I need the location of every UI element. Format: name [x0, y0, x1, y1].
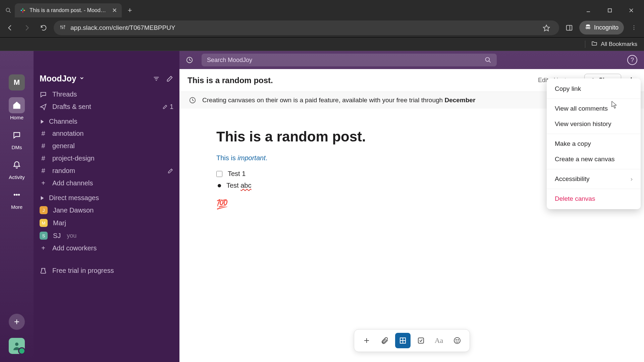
- rail-activity-label: Activity: [9, 174, 25, 180]
- toolbar-table-button[interactable]: [395, 333, 411, 348]
- sidebar-item-label: Threads: [52, 90, 77, 98]
- svg-line-24: [489, 61, 491, 63]
- rail-dms[interactable]: DMs: [9, 127, 25, 150]
- avatar: M: [40, 219, 48, 227]
- bookmarks-folder-icon[interactable]: [591, 40, 597, 48]
- rail-dms-label: DMs: [12, 144, 22, 150]
- rail-more[interactable]: More: [9, 187, 25, 210]
- menu-new-canvas[interactable]: Create a new canvas: [547, 152, 641, 167]
- tab-search-icon[interactable]: [3, 7, 13, 13]
- add-channels-button[interactable]: +Add channels: [34, 177, 179, 189]
- sidebar-item-label: Add channels: [52, 179, 93, 187]
- close-tab-icon[interactable]: ✕: [112, 7, 117, 14]
- menu-version-history[interactable]: View version history: [547, 116, 641, 132]
- incognito-badge[interactable]: Incognito: [579, 21, 624, 35]
- toolbar-attach-button[interactable]: [377, 333, 392, 348]
- add-coworkers-button[interactable]: +Add coworkers: [34, 242, 179, 254]
- window-minimize-button[interactable]: [579, 4, 598, 17]
- svg-rect-43: [418, 338, 424, 343]
- nav-forward-button[interactable]: [20, 21, 34, 35]
- sidebar-threads[interactable]: Threads: [34, 88, 179, 101]
- bullet-label: Test abc: [226, 182, 252, 189]
- dm-jane[interactable]: JJane Dawson: [34, 204, 179, 217]
- search-input[interactable]: Search MoodJoy: [202, 54, 497, 66]
- dms-section-header[interactable]: Direct messages: [34, 189, 179, 204]
- avatar: J: [40, 206, 48, 214]
- window-maximize-button[interactable]: [600, 4, 619, 17]
- svg-point-19: [586, 27, 588, 29]
- svg-point-0: [6, 8, 10, 12]
- channels-section-header[interactable]: Channels: [34, 113, 179, 127]
- new-tab-button[interactable]: +: [123, 6, 137, 15]
- search-placeholder: Search MoodJoy: [207, 57, 485, 64]
- browser-tab[interactable]: This is a random post. - Mood… ✕: [15, 3, 122, 17]
- sidebar-item-label: Marj: [53, 219, 66, 227]
- dm-sj[interactable]: SSJyou: [34, 229, 179, 242]
- free-trial-link[interactable]: Free trial in progress: [34, 264, 179, 277]
- site-settings-icon[interactable]: [60, 24, 66, 32]
- chrome-menu-button[interactable]: ⋮: [627, 21, 641, 35]
- rail-user-avatar[interactable]: [9, 338, 25, 354]
- toolbar-emoji-button[interactable]: [449, 333, 465, 348]
- history-clock-icon[interactable]: [183, 54, 196, 66]
- svg-marker-33: [41, 196, 44, 200]
- toolbar-checklist-button[interactable]: [413, 333, 429, 348]
- svg-point-20: [588, 27, 590, 29]
- workspace-switcher[interactable]: M: [9, 74, 25, 90]
- svg-rect-7: [608, 9, 611, 12]
- incognito-label: Incognito: [594, 24, 619, 31]
- svg-marker-32: [41, 120, 44, 123]
- menu-make-copy[interactable]: Make a copy: [547, 136, 641, 152]
- svg-point-23: [486, 58, 490, 62]
- all-bookmarks-button[interactable]: All Bookmarks: [601, 41, 637, 48]
- filter-icon[interactable]: [153, 75, 160, 82]
- toolbar-format-button[interactable]: Aa: [431, 333, 447, 348]
- rail-more-label: More: [11, 204, 22, 210]
- plus-icon: +: [40, 179, 47, 187]
- svg-point-46: [458, 340, 459, 340]
- window-close-button[interactable]: [622, 4, 641, 17]
- svg-line-1: [9, 11, 11, 13]
- svg-point-28: [15, 343, 18, 346]
- svg-point-14: [62, 27, 63, 28]
- rail-add-button[interactable]: +: [9, 314, 25, 330]
- canvas-context-menu: Copy link View all comments View version…: [547, 78, 641, 209]
- svg-point-27: [18, 194, 19, 195]
- nav-reload-button[interactable]: [37, 21, 50, 35]
- menu-view-comments[interactable]: View all comments: [547, 101, 641, 116]
- nav-back-button[interactable]: [3, 21, 17, 35]
- rail-home-label: Home: [10, 115, 23, 120]
- svg-point-15: [64, 25, 65, 26]
- you-label: you: [67, 232, 76, 239]
- dm-marj[interactable]: MMarj: [34, 217, 179, 229]
- menu-accessibility[interactable]: Accessibility›: [547, 171, 641, 187]
- sidebar-item-label: annotation: [52, 130, 84, 137]
- workspace-name[interactable]: MoodJoy: [40, 74, 76, 83]
- side-panel-icon[interactable]: [562, 21, 576, 35]
- address-bar[interactable]: app.slack.com/client/T067MEBPPUY: [54, 20, 559, 35]
- channel-general[interactable]: #general: [34, 140, 179, 152]
- toolbar-add-button[interactable]: [359, 333, 374, 348]
- channel-random[interactable]: #random: [34, 165, 179, 177]
- bookmark-star-icon[interactable]: [540, 21, 553, 35]
- hash-icon: #: [40, 155, 47, 162]
- sidebar-item-label: Drafts & sent: [52, 103, 91, 111]
- channel-annotation[interactable]: #annotation: [34, 127, 179, 140]
- channel-project-design[interactable]: #project-design: [34, 152, 179, 165]
- search-icon: [485, 57, 491, 63]
- compose-icon[interactable]: [166, 75, 173, 82]
- sidebar-drafts[interactable]: Drafts & sent 1: [34, 101, 179, 113]
- menu-delete-canvas[interactable]: Delete canvas: [547, 191, 641, 206]
- svg-point-45: [456, 340, 457, 340]
- rail-activity[interactable]: Activity: [9, 157, 25, 180]
- svg-point-44: [454, 338, 460, 344]
- chevron-down-icon[interactable]: [79, 75, 85, 82]
- sidebar-item-label: random: [52, 167, 75, 175]
- help-button[interactable]: ?: [627, 55, 637, 65]
- checklist-label: Test 1: [228, 170, 246, 178]
- tab-title: This is a random post. - Mood…: [30, 7, 106, 13]
- menu-copy-link[interactable]: Copy link: [547, 81, 641, 97]
- rail-home[interactable]: Home: [9, 97, 25, 120]
- divider: [547, 134, 641, 134]
- checkbox[interactable]: [216, 171, 222, 177]
